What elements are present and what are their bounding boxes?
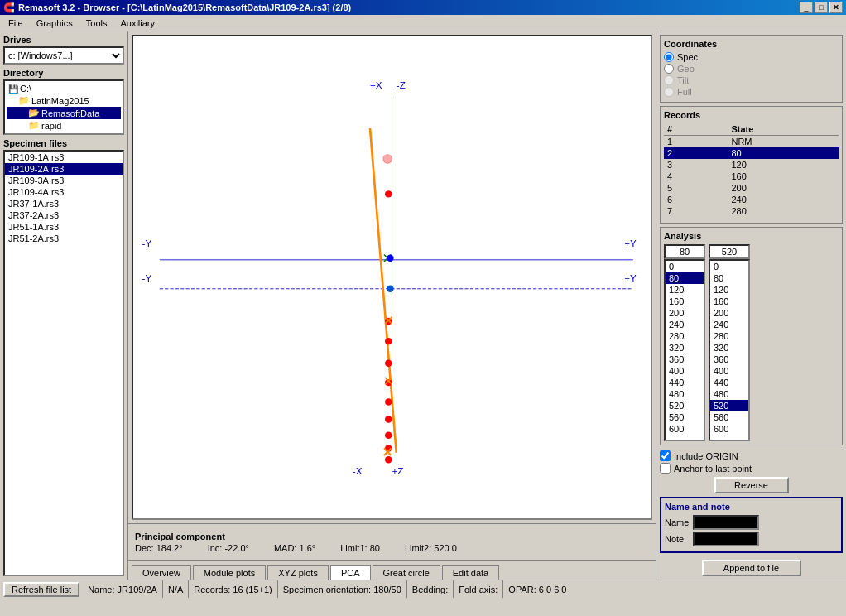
maximize-button[interactable]: □: [815, 2, 828, 13]
status-na: N/A: [163, 580, 189, 598]
analysis-list1-item-0[interactable]: 0: [666, 261, 704, 272]
analysis-list2-item-7[interactable]: 320: [710, 342, 748, 354]
tab-pca[interactable]: PCA: [330, 565, 371, 580]
name-input[interactable]: [693, 515, 759, 530]
analysis-list1-item-2[interactable]: 120: [666, 284, 704, 296]
analysis-col1: 0801201602002402803203604004404805205606…: [664, 244, 705, 441]
record-row-0[interactable]: 1NRM: [664, 136, 839, 148]
analysis-list1-item-3[interactable]: 160: [666, 296, 704, 307]
record-row-5[interactable]: 6240: [664, 194, 839, 205]
note-input[interactable]: [693, 532, 759, 546]
analysis-list1-item-6[interactable]: 280: [666, 330, 704, 342]
menu-graphics[interactable]: Graphics: [30, 17, 79, 30]
analysis-list2[interactable]: 0801201602002402803203604004404805205606…: [709, 259, 750, 441]
tree-item-latinmag[interactable]: 📁 LatinMag2015: [7, 94, 121, 107]
directory-label: Directory: [3, 68, 124, 78]
specimen-file-5[interactable]: JR37-2A.rs3: [5, 209, 123, 221]
tree-item-c[interactable]: 💾 C:\: [7, 83, 121, 94]
drives-label: Drives: [3, 35, 124, 45]
analysis-list2-item-1[interactable]: 80: [710, 272, 748, 284]
coord-geo-radio[interactable]: [664, 64, 674, 74]
menu-auxiliary[interactable]: Auxiliary: [113, 17, 161, 30]
analysis-input1[interactable]: [664, 244, 705, 259]
window-title: Remasoft 3.2 - Browser - [C:\LatinMag201…: [18, 2, 351, 12]
analysis-list1-item-4[interactable]: 200: [666, 307, 704, 319]
analysis-list2-item-6[interactable]: 280: [710, 330, 748, 342]
records-scroll[interactable]: # State 1NRM2803120416052006240728083209…: [664, 123, 839, 219]
record-row-4[interactable]: 5200: [664, 182, 839, 194]
dec-value: Dec: 184.2°: [135, 543, 183, 553]
analysis-list1-item-10[interactable]: 440: [666, 377, 704, 388]
info-bar: Principal component Dec: 184.2° Inc: -22…: [128, 523, 656, 560]
coord-tilt-label: Tilt: [677, 75, 689, 85]
tree-item-rapid[interactable]: 📁 rapid: [7, 119, 121, 132]
name-label: Name: [665, 517, 690, 527]
analysis-list2-item-10[interactable]: 440: [710, 377, 748, 388]
tab-module-plots[interactable]: Module plots: [193, 565, 266, 580]
anchor-last-row: Anchor to last point: [660, 463, 843, 474]
tab-xyz-plots[interactable]: XYZ plots: [267, 565, 329, 580]
coord-spec-radio[interactable]: [664, 52, 674, 62]
analysis-list2-item-11[interactable]: 480: [710, 388, 748, 400]
tab-great-circle[interactable]: Great circle: [373, 565, 440, 580]
specimen-file-3[interactable]: JR109-4A.rs3: [5, 186, 123, 198]
analysis-list2-item-3[interactable]: 160: [710, 296, 748, 307]
close-button[interactable]: ✕: [829, 2, 843, 13]
specimen-file-0[interactable]: JR109-1A.rs3: [5, 152, 123, 163]
analysis-list1-item-1[interactable]: 80: [666, 272, 704, 284]
analysis-list1[interactable]: 0801201602002402803203604004404805205606…: [664, 259, 705, 441]
analysis-list2-item-9[interactable]: 400: [710, 365, 748, 377]
records-col-state: State: [728, 123, 839, 136]
specimen-file-6[interactable]: JR51-1A.rs3: [5, 221, 123, 233]
analysis-list2-item-8[interactable]: 360: [710, 354, 748, 365]
analysis-list1-item-9[interactable]: 400: [666, 365, 704, 377]
menu-tools[interactable]: Tools: [79, 17, 114, 30]
refresh-button[interactable]: Refresh file list: [3, 582, 79, 597]
specimen-files-list[interactable]: JR109-1A.rs3 JR109-2A.rs3 JR109-3A.rs3 J…: [3, 150, 124, 576]
specimen-file-4[interactable]: JR37-1A.rs3: [5, 198, 123, 209]
specimen-file-2[interactable]: JR109-3A.rs3: [5, 175, 123, 186]
analysis-list1-item-12[interactable]: 520: [666, 400, 704, 411]
analysis-list2-item-0[interactable]: 0: [710, 261, 748, 272]
tab-overview[interactable]: Overview: [132, 565, 191, 580]
analysis-list1-item-5[interactable]: 240: [666, 319, 704, 330]
name-note-section: Name and note Name Note: [660, 497, 843, 553]
record-row-1[interactable]: 280: [664, 147, 839, 159]
coord-spec-label: Spec: [677, 52, 698, 62]
analysis-list1-item-7[interactable]: 320: [666, 342, 704, 354]
status-opar: OPAR: 6 0 6 0: [503, 580, 571, 598]
record-row-3[interactable]: 4160: [664, 171, 839, 182]
analysis-list2-item-14[interactable]: 600: [710, 423, 748, 435]
records-title: Records: [664, 110, 839, 120]
analysis-list2-item-12[interactable]: 520: [710, 400, 748, 411]
analysis-list2-item-5[interactable]: 240: [710, 319, 748, 330]
record-row-2[interactable]: 3120: [664, 159, 839, 171]
anchor-last-checkbox[interactable]: [660, 463, 671, 474]
analysis-list1-item-8[interactable]: 360: [666, 354, 704, 365]
mad-value: MAD: 1.6°: [274, 543, 315, 553]
svg-point-25: [385, 456, 392, 463]
name-row: Name: [665, 515, 838, 530]
specimen-file-7[interactable]: JR51-2A.rs3: [5, 233, 123, 244]
analysis-list1-item-11[interactable]: 480: [666, 388, 704, 400]
analysis-input2[interactable]: [709, 244, 750, 259]
reverse-button[interactable]: Reverse: [714, 477, 789, 493]
menu-file[interactable]: File: [2, 17, 30, 30]
drive-select[interactable]: c: [Windows7...]: [3, 46, 124, 65]
append-button[interactable]: Append to file: [702, 560, 801, 576]
svg-text:+Y: +Y: [624, 272, 637, 283]
specimen-file-1[interactable]: JR109-2A.rs3: [5, 163, 123, 175]
records-col-num: #: [664, 123, 728, 136]
analysis-list2-item-4[interactable]: 200: [710, 307, 748, 319]
include-origin-checkbox[interactable]: [660, 450, 671, 461]
analysis-list1-item-14[interactable]: 600: [666, 423, 704, 435]
record-row-7[interactable]: 8320: [664, 217, 839, 219]
include-origin-row: Include ORIGIN: [660, 450, 843, 461]
analysis-list2-item-2[interactable]: 120: [710, 284, 748, 296]
tree-item-remasoftdata[interactable]: 📂 RemasoftData: [7, 107, 121, 119]
analysis-list1-item-13[interactable]: 560: [666, 411, 704, 423]
minimize-button[interactable]: _: [800, 2, 813, 13]
tab-edit-data[interactable]: Edit data: [442, 565, 499, 580]
analysis-list2-item-13[interactable]: 560: [710, 411, 748, 423]
record-row-6[interactable]: 7280: [664, 205, 839, 217]
